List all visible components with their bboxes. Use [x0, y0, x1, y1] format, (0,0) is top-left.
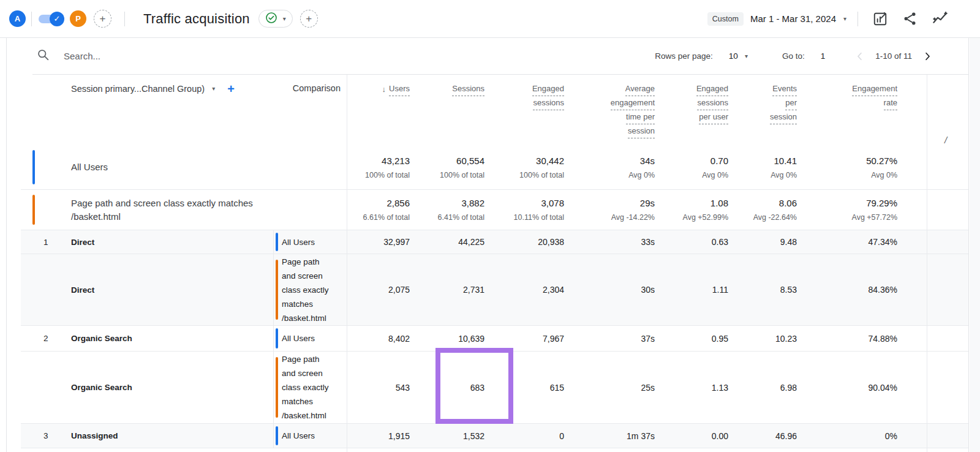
metric-subvalue: 6.41% of total [438, 213, 484, 222]
insights-icon[interactable] [932, 10, 948, 27]
column-header-events-per-session[interactable]: Eventspersession [742, 82, 810, 138]
add-dimension-icon[interactable]: + [227, 83, 235, 95]
channel-name: Direct [71, 238, 94, 247]
dimension-cell: 1Direct [21, 230, 273, 254]
app-bar: A ✓ P + Traffic acquisition ▾ + Custom M… [0, 0, 980, 38]
comparison-cell: Page pathand screenclass exactlymatches/… [273, 352, 347, 423]
comparison-cell: All Users [273, 230, 347, 254]
column-header-engagement-rate[interactable]: Engagementrate [810, 82, 927, 138]
customize-report-icon[interactable] [872, 10, 888, 27]
summary-metric-cell: 2,8566.61% of total [347, 190, 423, 230]
add-comparison-button[interactable]: + [94, 10, 111, 28]
page-background-strip [970, 38, 980, 452]
go-to-input[interactable]: 1 [821, 51, 826, 61]
share-icon[interactable] [902, 10, 918, 27]
comparison-label: Page pathand screenclass exactlymatches/… [282, 352, 329, 423]
metric-cell: 44,225 [423, 230, 498, 254]
column-header-text: Average [625, 82, 655, 96]
metric-cell: 32,997 [347, 230, 423, 254]
chevron-down-icon[interactable]: ▾ [745, 53, 748, 59]
metric-cell: 10,639 [423, 326, 498, 351]
toggle-check-icon: ✓ [50, 12, 64, 26]
date-range-selector[interactable]: Mar 1 - Mar 31, 2024 [750, 13, 836, 24]
table-row: DirectPage pathand screenclass exactlyma… [21, 254, 968, 326]
metric-subvalue: Avg 0% [871, 171, 897, 179]
column-header-engaged-sessions-per-user[interactable]: Engagedsessionsper user [668, 82, 742, 138]
metric-cell: 37s [578, 326, 668, 351]
metric-subvalue: 100% of total [519, 171, 564, 179]
column-header-line: sessions [697, 96, 728, 110]
comparison-bar [276, 357, 278, 418]
date-range-type-badge: Custom [707, 12, 744, 26]
previous-page-icon[interactable] [854, 51, 865, 62]
comparison-bar [32, 195, 35, 225]
metric-cell: 10.23 [742, 326, 810, 351]
summary-metric-cell: 10.41Avg 0% [742, 145, 810, 189]
metric-cell: 8,402 [347, 326, 423, 351]
column-header-engaged-sessions[interactable]: Engagedsessions [498, 82, 578, 138]
dimension-selector[interactable]: Session primary...Channel Group) ▾ + [71, 83, 235, 95]
column-header-line: ↓Users [382, 82, 410, 96]
column-header-average-engagement-time-per-session[interactable]: Averageengagementtime persession [578, 82, 668, 138]
summary-metric-cell: 3,07810.11% of total [498, 190, 578, 230]
dimension-cell: Organic Search [21, 352, 273, 423]
metric-cell: 90.04% [810, 352, 927, 423]
metric-cell: 20,938 [498, 230, 578, 254]
next-page-icon[interactable] [922, 51, 933, 62]
metric-value: 30,442 [536, 156, 564, 166]
comparison-bar [276, 233, 278, 251]
metric-cell: 683 [423, 352, 498, 423]
metric-cell: 9.48 [742, 230, 810, 254]
search-input[interactable] [64, 51, 321, 61]
summary-metric-cell: 79.29%Avg +57.72% [810, 190, 927, 230]
dimension-selector-label: Session primary...Channel Group) [71, 84, 205, 94]
table-row: 3UnassignedAll Users1,9151,53201m 37s0.0… [21, 424, 968, 448]
row-number: 1 [43, 238, 48, 247]
metric-subvalue: Avg +57.72% [852, 213, 897, 222]
metric-cell: 0% [810, 424, 927, 448]
metric-cell: 543 [347, 352, 423, 423]
pagination: Rows per page: 10 ▾ Go to: 1 1-10 of 11 [655, 51, 933, 62]
channel-name: Organic Search [71, 334, 132, 343]
add-report-button[interactable]: + [300, 10, 318, 28]
column-header-text: per user [699, 110, 728, 124]
comparison-avatar-a[interactable]: A [9, 10, 26, 27]
column-header-line: rate [884, 96, 897, 110]
column-header-users[interactable]: ↓Users [347, 82, 423, 138]
metric-value: 2,856 [386, 198, 410, 208]
metric-cell: 615 [498, 352, 578, 423]
channel-name: Unassigned [71, 431, 118, 440]
metric-cell: 30s [578, 254, 668, 325]
comparison-label: All Users [282, 235, 315, 249]
rows-per-page-select[interactable]: 10 [729, 51, 738, 61]
table-row: Organic SearchPage pathand screenclass e… [21, 352, 968, 424]
metric-subvalue: 10.11% of total [514, 213, 564, 222]
column-header-sessions[interactable]: Sessions [423, 82, 498, 138]
column-header-line: session [770, 110, 797, 124]
column-header-text: rate [884, 96, 897, 110]
column-header-line: per user [699, 110, 728, 124]
metric-cell: 0 [498, 424, 578, 448]
comparison-toggle[interactable]: ✓ [39, 11, 64, 27]
app-bar-right: Custom Mar 1 - Mar 31, 2024 ▾ [707, 10, 948, 27]
comparison-cell: All Users [273, 424, 347, 448]
channel-name: Direct [71, 285, 94, 295]
comparison-label: Page pathand screenclass exactlymatches/… [282, 255, 329, 325]
comparison-bar [32, 150, 35, 184]
column-header-line: sessions [533, 96, 564, 110]
metric-value: 1.08 [710, 198, 728, 208]
comparison-bar [276, 260, 278, 320]
summary-label-cell: All Users [21, 145, 347, 189]
comparison-avatar-p[interactable]: P [70, 10, 86, 27]
column-header-text: session [770, 110, 797, 124]
channel-name: Organic Search [71, 383, 132, 392]
metric-cell: 1,915 [347, 424, 423, 448]
column-header-text: per [785, 96, 797, 110]
divider [31, 12, 32, 26]
report-status-pill[interactable]: ▾ [258, 10, 293, 28]
sort-descending-icon: ↓ [382, 83, 386, 96]
column-divider [347, 75, 347, 452]
chevron-down-icon[interactable]: ▾ [843, 16, 846, 22]
metric-cell: 0.63 [668, 230, 742, 254]
metric-subvalue: Avg -22.64% [753, 213, 797, 222]
